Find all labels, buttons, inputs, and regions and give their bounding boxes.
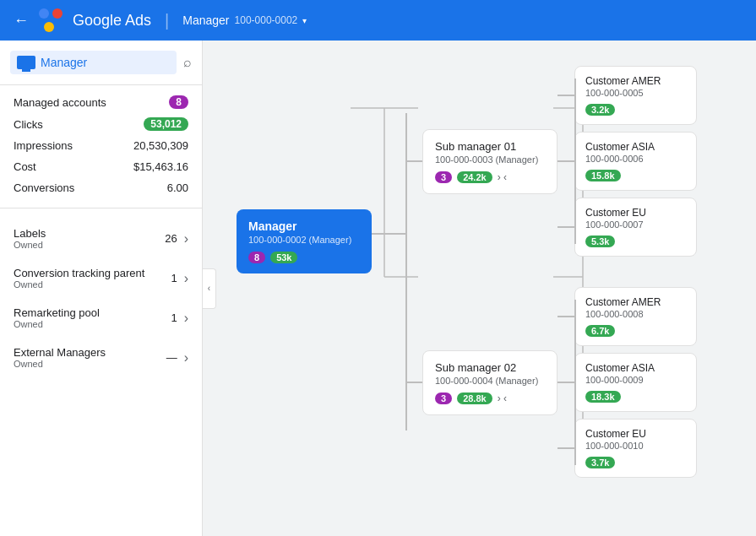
sub2-stat-accounts: 3	[435, 393, 452, 404]
sub2-stat-clicks: 28.8k	[457, 393, 492, 404]
sub1-nav-arrows[interactable]: › ‹	[498, 171, 507, 183]
customer-amer-1-id: 100-000-0005	[585, 88, 686, 98]
conversion-title: Conversion tracking parent	[14, 267, 144, 279]
search-icon[interactable]: ⌕	[183, 55, 192, 70]
customer-eu-2-title: Customer EU	[585, 428, 686, 440]
remarketing-chevron-icon: ›	[184, 311, 188, 326]
sub-manager-01-node[interactable]: Sub manager 01 100-000-0003 (Manager) 3 …	[422, 129, 557, 194]
sidebar-link-remarketing[interactable]: Remarketing pool Owned 1 ›	[0, 298, 202, 338]
manager-stat-accounts: 8	[248, 252, 265, 263]
sub2-nav-arrows[interactable]: › ‹	[498, 393, 507, 404]
customer-eu-1-id: 100-000-0007	[585, 219, 686, 230]
manager-node-stats: 8 53k	[248, 252, 360, 263]
topnav: ← Google Ads | Manager 100-000-0002 ▾	[0, 0, 756, 41]
remarketing-count: 1	[171, 311, 177, 324]
external-managers-title: External Managers	[14, 346, 106, 359]
sub-manager-02-id: 100-000-0004 (Manager)	[435, 376, 545, 386]
back-button[interactable]: ←	[14, 12, 29, 30]
stat-row-managed-accounts: Managed accounts 8	[14, 95, 188, 109]
customer-asia-2-node[interactable]: Customer ASIA 100-000-0009 18.3k	[574, 353, 697, 412]
impressions-label: Impressions	[14, 139, 73, 152]
sub-manager-02-node[interactable]: Sub manager 02 100-000-0004 (Manager) 3 …	[422, 350, 557, 415]
cust-asia2-stat: 18.3k	[585, 391, 621, 403]
customer-asia-1-title: Customer ASIA	[585, 141, 686, 153]
remarketing-title: Remarketing pool	[14, 306, 100, 319]
customer-asia-1-id: 100-000-0006	[585, 154, 686, 164]
account-selector[interactable]: Manager 100-000-0002 ▾	[182, 14, 307, 27]
customer-eu-2-node[interactable]: Customer EU 100-000-0010 3.7k	[574, 419, 697, 478]
cost-value: $15,463.16	[133, 160, 188, 173]
cust-amer2-stat: 6.7k	[585, 325, 615, 337]
account-id: 100-000-0002	[235, 14, 298, 26]
impressions-value: 20,530,309	[133, 139, 188, 152]
customer-amer-1-node[interactable]: Customer AMER 100-000-0005 3.2k	[574, 66, 697, 125]
cost-label: Cost	[14, 160, 36, 173]
customer-amer-2-node[interactable]: Customer AMER 100-000-0008 6.7k	[574, 287, 697, 346]
sidebar-link-labels[interactable]: Labels Owned 26 ›	[0, 219, 202, 258]
logo-red-dot	[52, 8, 63, 19]
monitor-stand	[22, 69, 30, 72]
external-managers-count: —	[166, 351, 177, 364]
v-connector	[405, 113, 407, 430]
stat-row-cost: Cost $15,463.16	[14, 160, 188, 173]
remarketing-sub: Owned	[14, 319, 100, 329]
sidebar-stats: Managed accounts 8 Clicks 53,012 Impress…	[0, 85, 202, 204]
collapse-sidebar-button[interactable]: ‹	[203, 268, 216, 309]
customer-asia-1-stats: 15.8k	[585, 169, 686, 181]
customer-amer-2-stats: 6.7k	[585, 324, 686, 337]
hierarchy-canvas: Manager 100-000-0002 (Manager) 8 53k	[203, 41, 756, 503]
manager-node-id: 100-000-0002 (Manager)	[248, 235, 360, 245]
clicks-label: Clicks	[14, 118, 43, 131]
sidebar-link-external-managers[interactable]: External Managers Owned — ›	[0, 338, 202, 377]
external-managers-chevron-icon: ›	[184, 350, 188, 365]
account-manager-label: Manager	[182, 14, 229, 27]
h-connector-sub2	[405, 382, 422, 383]
app-name: Google Ads	[73, 12, 151, 30]
conversion-sub: Owned	[14, 279, 144, 290]
customer-amer-1-stats: 3.2k	[585, 103, 686, 116]
account-dropdown-arrow: ▾	[302, 16, 307, 25]
customer-asia-2-id: 100-000-0009	[585, 375, 686, 385]
v-connector-sub2	[574, 300, 576, 465]
managed-accounts-value: 8	[169, 95, 188, 109]
sub-manager-01-stats: 3 24.2k › ‹	[435, 171, 545, 183]
labels-count: 26	[165, 232, 177, 245]
content-area: ‹	[203, 41, 756, 536]
external-managers-sub: Owned	[14, 359, 106, 369]
labels-title: Labels	[14, 227, 46, 240]
stat-row-conversions: Conversions 6.00	[14, 181, 188, 194]
google-ads-logo	[39, 8, 63, 32]
labels-chevron-icon: ›	[184, 231, 188, 246]
sidebar-search-area: Manager ⌕	[0, 41, 202, 85]
sidebar-links: Labels Owned 26 › Conversion tracking pa…	[0, 212, 202, 384]
customer-asia-2-stats: 18.3k	[585, 390, 686, 403]
logo-blue-dot	[39, 8, 49, 19]
sidebar-divider	[0, 208, 202, 208]
main-layout: Manager ⌕ Managed accounts 8 Clicks 53,0…	[0, 41, 756, 536]
monitor-icon	[17, 56, 35, 69]
labels-sub: Owned	[14, 240, 46, 250]
conversion-chevron-icon: ›	[184, 271, 188, 286]
sidebar-link-conversion[interactable]: Conversion tracking parent Owned 1 ›	[0, 258, 202, 298]
customer-eu-1-stats: 5.3k	[585, 235, 686, 247]
customer-eu-2-stats: 3.7k	[585, 456, 686, 468]
sub1-stat-clicks: 24.2k	[457, 171, 492, 183]
sub-manager-01-title: Sub manager 01	[435, 140, 545, 153]
h-connector-sub1	[405, 160, 422, 162]
customer-asia-1-node[interactable]: Customer ASIA 100-000-0006 15.8k	[574, 132, 697, 191]
stat-row-clicks: Clicks 53,012	[14, 117, 188, 131]
cust-amer1-stat: 3.2k	[585, 104, 615, 116]
customer-amer-2-title: Customer AMER	[585, 296, 686, 308]
customer-eu-2-id: 100-000-0010	[585, 441, 686, 451]
search-box[interactable]: Manager	[10, 51, 177, 74]
clicks-value: 53,012	[144, 117, 188, 131]
cust-eu1-stat: 5.3k	[585, 236, 615, 247]
sidebar: Manager ⌕ Managed accounts 8 Clicks 53,0…	[0, 41, 203, 536]
sub-manager-02-title: Sub manager 02	[435, 361, 545, 374]
customer-eu-1-node[interactable]: Customer EU 100-000-0007 5.3k	[574, 198, 697, 257]
manager-node[interactable]: Manager 100-000-0002 (Manager) 8 53k	[237, 209, 372, 273]
sub1-stat-accounts: 3	[435, 171, 452, 183]
conversions-value: 6.00	[167, 181, 188, 194]
managed-accounts-label: Managed accounts	[14, 96, 106, 109]
customer-amer-1-title: Customer AMER	[585, 75, 686, 87]
